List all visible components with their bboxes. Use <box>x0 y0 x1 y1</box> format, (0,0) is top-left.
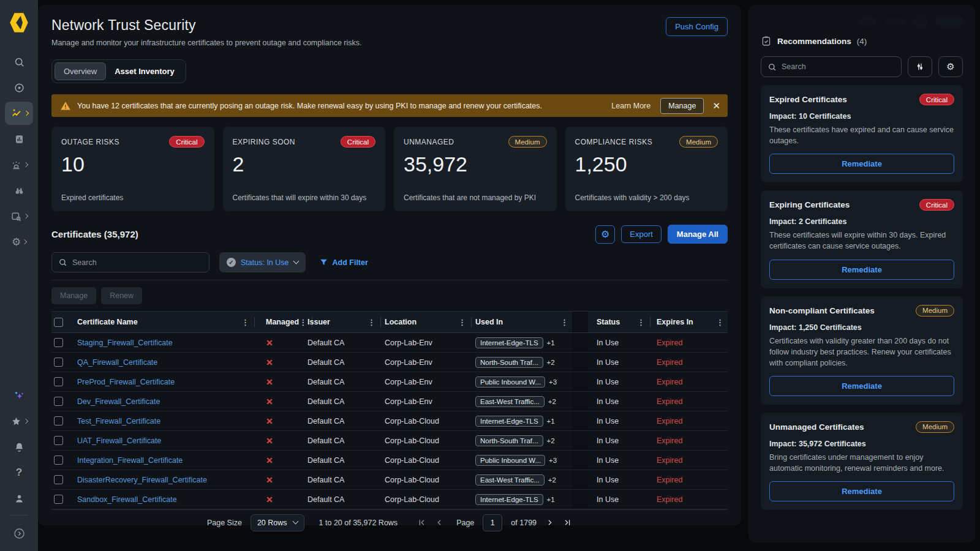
sidebar-item-profile[interactable] <box>5 487 33 510</box>
renew-button[interactable]: Renew <box>101 287 142 304</box>
recommendations-search[interactable] <box>761 56 902 77</box>
recommendation-impact: Impact: 2 Certificates <box>769 217 954 226</box>
sidebar-item-favorites[interactable] <box>5 410 33 433</box>
used-in-chip[interactable]: Internet-Edge-TLS <box>475 494 543 505</box>
sidebar-item-audit[interactable] <box>5 204 33 228</box>
used-in-chip[interactable]: East-West Traffic... <box>475 474 545 485</box>
sidebar-item-settings[interactable]: ⚙ <box>5 230 33 253</box>
row-range-text: 1 to 20 of 35,972 Rows <box>319 519 398 527</box>
panel-settings-button[interactable]: ⚙ <box>938 56 963 77</box>
export-button[interactable]: Export <box>621 225 662 243</box>
location-cell: Corp-Lab-Env <box>385 353 475 372</box>
push-config-button[interactable]: Push Config <box>666 17 728 36</box>
page-input[interactable] <box>483 514 502 531</box>
used-in-more[interactable]: +3 <box>549 457 557 464</box>
remediate-button[interactable]: Remediate <box>769 481 954 501</box>
pinned-column-divider <box>572 353 588 372</box>
report-chart-icon <box>13 133 25 145</box>
column-menu-icon[interactable]: ⋮ <box>716 318 724 327</box>
certificate-name-link[interactable]: UAT_Firewall_Certificate <box>77 437 161 445</box>
column-menu-icon[interactable]: ⋮ <box>560 318 568 327</box>
used-in-chip[interactable]: Internet-Edge-TLS <box>475 416 543 427</box>
certificate-name-link[interactable]: Dev_Firewall_Certificate <box>77 397 160 406</box>
next-page-button[interactable] <box>545 518 554 527</box>
view-tabs: Overview Asset Inventory <box>51 59 186 83</box>
certificate-name-link[interactable]: PreProd_Firewall_Certificate <box>77 378 175 386</box>
used-in-more[interactable]: +2 <box>548 398 556 405</box>
column-menu-icon[interactable]: ⋮ <box>299 318 307 327</box>
status-filter-chip[interactable]: ✓ Status: In Use <box>219 252 306 272</box>
first-page-button[interactable] <box>417 518 426 527</box>
status-cell: In Use <box>588 431 654 450</box>
certificate-name-link[interactable]: Integration_Firewall_Certificate <box>77 456 183 465</box>
used-in-chip[interactable]: North-South Traf... <box>475 357 543 368</box>
sidebar-item-search[interactable] <box>5 50 33 73</box>
remediate-button[interactable]: Remediate <box>769 260 954 280</box>
learn-more-link[interactable]: Learn More <box>611 102 650 110</box>
banner-close-icon[interactable]: ✕ <box>712 100 720 111</box>
row-checkbox[interactable] <box>54 377 63 386</box>
sidebar-item-discovery[interactable] <box>5 179 33 202</box>
tab-asset-inventory[interactable]: Asset Inventory <box>106 63 183 80</box>
row-checkbox[interactable] <box>54 495 63 504</box>
certificate-name-link[interactable]: Staging_Firewall_Certificate <box>77 339 173 347</box>
used-in-chip[interactable]: Internet-Edge-TLS <box>475 337 543 348</box>
add-filter-button[interactable]: Add Filter <box>319 258 368 267</box>
row-checkbox[interactable] <box>54 416 63 425</box>
row-checkbox[interactable] <box>54 455 63 465</box>
certificate-name-link[interactable]: QA_Firewall_Certificate <box>77 358 157 367</box>
manage-button[interactable]: Manage <box>51 287 96 304</box>
column-menu-icon[interactable]: ⋮ <box>637 318 645 327</box>
sparkles-icon <box>12 389 26 402</box>
sidebar-item-help[interactable]: ? <box>5 461 33 484</box>
sidebar-item-copilot[interactable] <box>5 384 33 407</box>
used-in-more[interactable]: +2 <box>547 437 555 444</box>
certificate-name-link[interactable]: Test_Firewall_Certificate <box>77 417 160 425</box>
certificate-name-link[interactable]: DisasterRecovery_Firewall_Certificate <box>77 476 207 484</box>
row-checkbox[interactable] <box>54 358 63 367</box>
certificates-section-title: Certificates (35,972) <box>51 229 138 239</box>
sidebar-item-notifications[interactable] <box>5 435 33 459</box>
remediate-button[interactable]: Remediate <box>769 376 954 396</box>
column-menu-icon[interactable]: ⋮ <box>368 318 375 327</box>
column-menu-icon[interactable]: ⋮ <box>458 318 466 327</box>
table-search[interactable] <box>51 252 209 272</box>
sidebar-item-target[interactable] <box>5 76 33 99</box>
used-in-chip[interactable]: East-West Traffic... <box>475 396 545 407</box>
severity-badge: Critical <box>919 94 954 105</box>
select-all-checkbox[interactable] <box>54 318 63 327</box>
used-in-more[interactable]: +1 <box>547 418 555 425</box>
used-in-chip[interactable]: Public Inbound W... <box>475 377 545 388</box>
row-checkbox[interactable] <box>54 475 63 484</box>
page-size-select[interactable]: 20 Rows <box>251 514 304 531</box>
remediate-button[interactable]: Remediate <box>769 154 954 174</box>
used-in-more[interactable]: +2 <box>548 476 556 484</box>
sidebar-item-certificates[interactable] <box>5 102 33 125</box>
siren-icon <box>10 159 22 171</box>
certificate-name-link[interactable]: Sandbox_Firewall_Certificate <box>77 495 177 504</box>
used-in-chip[interactable]: Public Inbound W... <box>475 455 545 466</box>
used-in-chip[interactable]: North-South Traf... <box>475 435 543 446</box>
used-in-more[interactable]: +1 <box>547 496 555 503</box>
used-in-more[interactable]: +3 <box>549 378 557 386</box>
check-circle-icon: ✓ <box>227 258 236 267</box>
prev-page-button[interactable] <box>435 518 444 527</box>
tab-overview[interactable]: Overview <box>55 62 106 80</box>
table-row: Integration_Firewall_Certificate ✕ Defau… <box>51 451 728 470</box>
row-checkbox[interactable] <box>54 397 63 406</box>
table-settings-button[interactable]: ⚙ <box>595 225 615 244</box>
row-checkbox[interactable] <box>54 436 63 445</box>
banner-manage-button[interactable]: Manage <box>660 98 704 114</box>
recommendations-search-input[interactable] <box>782 62 895 71</box>
used-in-more[interactable]: +1 <box>547 339 555 347</box>
last-page-button[interactable] <box>563 518 572 527</box>
column-menu-icon[interactable]: ⋮ <box>241 318 249 327</box>
table-search-input[interactable] <box>72 258 203 267</box>
used-in-more[interactable]: +2 <box>547 359 555 366</box>
manage-all-button[interactable]: Manage All <box>668 225 728 244</box>
row-checkbox[interactable] <box>54 338 63 347</box>
sidebar-collapse-button[interactable] <box>5 522 33 545</box>
filter-sliders-button[interactable] <box>908 56 932 77</box>
sidebar-item-alerts[interactable] <box>5 153 33 176</box>
sidebar-item-reports[interactable] <box>5 127 33 151</box>
